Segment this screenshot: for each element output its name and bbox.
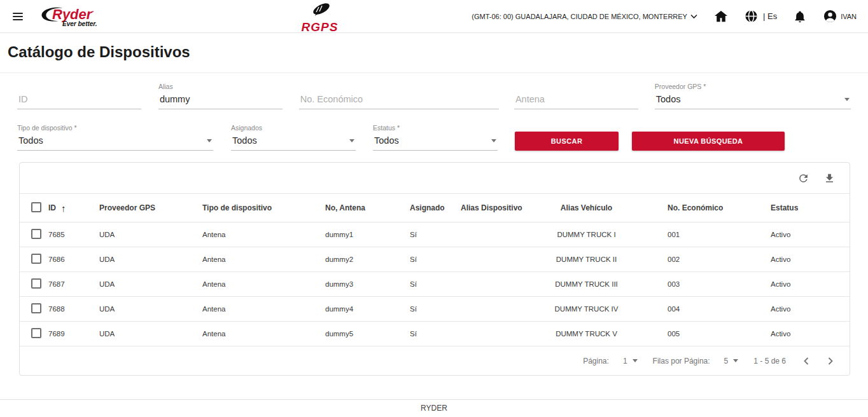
row-checkbox[interactable] [31,303,41,313]
column-header-no-antena[interactable]: No, Antena [322,203,407,212]
column-header-alias-dispositivo[interactable]: Alias Dispositivo [458,203,528,212]
menu-icon[interactable] [13,13,23,20]
caret-down-icon [733,359,738,362]
cell-no-antena: dummy2 [322,256,407,263]
cell-alias-vehiculo: DUMMY TRUCK III [528,280,642,288]
cell-proveedor-gps: UDA [96,330,199,338]
ryder-tagline-text: Ever better. [62,20,97,27]
column-header-asignado[interactable]: Asignado [407,203,458,212]
cell-estatus: Activo [747,231,850,238]
notifications-bell-icon[interactable] [794,10,806,24]
page-label: Página: [583,357,609,366]
column-header-id[interactable]: ID ↑ [45,203,96,214]
proveedor-gps-select[interactable]: Proveedor GPS * Todos [655,82,851,109]
download-icon[interactable] [823,172,836,184]
cell-estatus: Activo [747,330,850,338]
previous-page-icon[interactable] [802,357,810,366]
estatus-label: Estatus * [373,123,498,133]
next-page-icon[interactable] [827,357,834,366]
cell-no-economico: 005 [642,330,747,338]
chevron-down-icon [690,14,697,19]
refresh-icon[interactable] [797,172,809,184]
cell-proveedor-gps: UDA [96,231,199,238]
row-checkbox[interactable] [31,278,41,289]
nueva-busqueda-button[interactable]: NUEVA BÚSQUEDA [632,132,785,151]
cell-tipo-dispositivo: Antena [199,305,322,313]
cell-no-economico: 001 [642,231,747,238]
cell-id: 7689 [45,330,96,338]
cell-no-antena: dummy4 [322,305,407,313]
rgps-logo[interactable]: RGPS [290,2,350,33]
cell-no-economico: 002 [642,256,747,263]
cell-estatus: Activo [747,280,850,288]
cell-id: 7687 [45,280,96,288]
cell-no-antena: dummy1 [322,231,407,238]
column-header-tipo-dispositivo[interactable]: Tipo de dispositivo [199,203,322,212]
home-icon[interactable] [714,10,728,23]
title-section: Catálogo de Dispositivos [0,33,868,73]
table-row[interactable]: 7686 UDA Antena dummy2 Sí DUMMY TRUCK II… [20,247,850,271]
pagination-range: 1 - 5 de 6 [753,357,786,366]
antena-field[interactable]: Antena [514,82,638,109]
tipo-dispositivo-select[interactable]: Tipo de dispositivo * Todos [17,123,213,151]
cell-proveedor-gps: UDA [96,305,199,313]
select-all-checkbox[interactable] [31,202,41,212]
cell-proveedor-gps: UDA [96,280,199,288]
timezone-selector[interactable]: (GMT-06: 00) GUADALAJARA, CIUDAD DE MÉXI… [472,13,697,20]
alias-field[interactable]: Alias dummy [158,82,283,109]
cell-no-economico: 003 [642,280,747,288]
cell-no-economico: 004 [642,305,747,313]
column-header-no-economico[interactable]: No. Económico [642,203,747,212]
row-checkbox[interactable] [31,254,41,264]
estatus-select[interactable]: Estatus * Todos [373,123,498,151]
user-menu[interactable]: IVAN [823,9,857,24]
filters-section: ID Alias dummy No. Económico Antena Prov… [0,73,868,151]
ryder-logo[interactable]: Ryder· Ever better. [37,4,112,29]
page-footer: RYDER [0,399,868,413]
cell-alias-vehiculo: DUMMY TRUCK IV [528,305,642,313]
rows-per-page-select[interactable]: 5 [724,357,739,366]
cell-alias-vehiculo: DUMMY TRUCK V [528,330,642,338]
sort-ascending-icon[interactable]: ↑ [61,203,66,214]
tipo-dispositivo-value: Todos [18,135,43,146]
user-avatar-icon [823,9,837,24]
caret-down-icon [207,139,212,142]
page-select[interactable]: 1 [623,357,638,366]
table-row[interactable]: 7685 UDA Antena dummy1 Sí DUMMY TRUCK I … [20,222,850,247]
asignados-value: Todos [232,135,257,146]
cell-tipo-dispositivo: Antena [199,231,322,238]
cell-estatus: Activo [747,305,850,313]
estatus-value: Todos [374,135,399,146]
column-header-alias-vehiculo[interactable]: Alias Vehículo [528,203,642,212]
caret-down-icon [633,359,638,362]
id-field[interactable]: ID [17,82,141,109]
cell-tipo-dispositivo: Antena [199,256,322,263]
cell-id: 7688 [45,305,96,313]
cell-asignado: Sí [407,330,458,338]
language-label[interactable]: | Es [763,11,777,21]
table-row[interactable]: 7687 UDA Antena dummy3 Sí DUMMY TRUCK II… [20,271,850,296]
table-toolbar [20,163,850,193]
cell-id: 7686 [45,256,96,263]
column-header-estatus[interactable]: Estatus [747,203,850,212]
buscar-button[interactable]: BUSCAR [515,132,619,151]
table-row[interactable]: 7688 UDA Antena dummy4 Sí DUMMY TRUCK IV… [20,296,850,321]
row-checkbox[interactable] [31,229,41,239]
proveedor-gps-value: Todos [656,94,681,104]
cell-alias-vehiculo: DUMMY TRUCK II [528,256,642,263]
asignados-select[interactable]: Asignados Todos [231,123,356,151]
table-row[interactable]: 7689 UDA Antena dummy5 Sí DUMMY TRUCK V … [20,321,850,346]
pagination-bar: Página: 1 Filas por Página: 5 1 - 5 de 6 [20,346,850,375]
rows-per-page-label: Filas por Página: [653,357,710,366]
table-body: 7685 UDA Antena dummy1 Sí DUMMY TRUCK I … [20,222,850,346]
caret-down-icon [844,98,850,101]
globe-icon[interactable] [745,10,758,23]
row-checkbox[interactable] [31,328,41,338]
no-economico-placeholder: No. Económico [300,94,363,104]
cell-tipo-dispositivo: Antena [199,330,322,338]
alias-label: Alias [158,82,283,92]
caret-down-icon [349,139,354,142]
column-header-proveedor-gps[interactable]: Proveedor GPS [96,203,199,212]
no-economico-field[interactable]: No. Económico [299,82,499,109]
cell-asignado: Sí [407,280,458,288]
